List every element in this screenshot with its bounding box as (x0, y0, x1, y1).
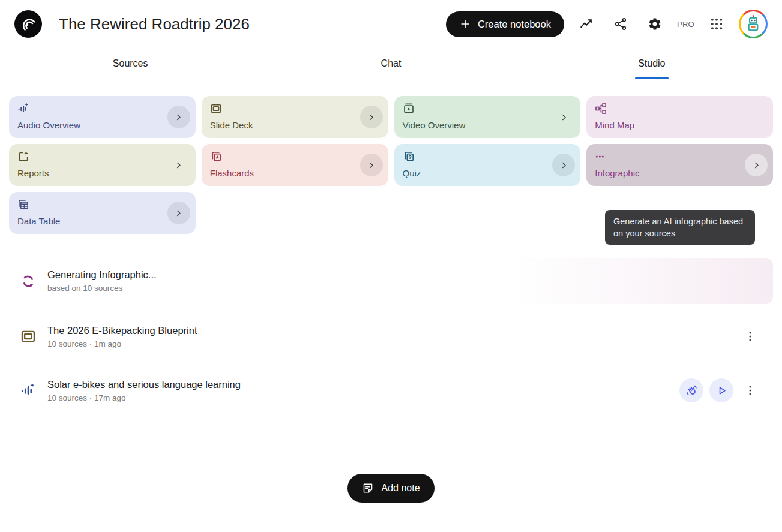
card-label: Slide Deck (210, 120, 380, 130)
notebooklm-logo[interactable] (14, 10, 42, 38)
card-label: Quiz (403, 168, 573, 178)
trending-up-icon (579, 17, 594, 31)
add-note-label: Add note (381, 483, 420, 494)
more-options-button[interactable] (741, 381, 760, 400)
card-label: Reports (17, 168, 187, 178)
ellipsis-loading-icon (595, 151, 607, 163)
avatar-robot-image (741, 11, 766, 37)
studio-card-mind-map[interactable]: Mind Map (586, 96, 773, 138)
chevron-right-icon[interactable] (552, 106, 575, 128)
chevron-right-icon[interactable] (167, 154, 190, 176)
infographic-tooltip: Generate an AI infographic based on your… (605, 210, 755, 245)
notebook-title[interactable]: The Rewired Roadtrip 2026 (59, 15, 250, 34)
chevron-right-icon[interactable] (360, 154, 383, 176)
studio-card-audio-overview[interactable]: Audio Overview (9, 96, 196, 138)
studio-card-slide-deck[interactable]: Slide Deck (202, 96, 388, 138)
settings-button[interactable] (643, 12, 667, 36)
settings-gear-icon (648, 17, 662, 31)
artifact-title: The 2026 E-Bikepacking Blueprint (47, 325, 197, 336)
note-icon (362, 482, 374, 494)
studio-panel: Audio Overview Slide Deck (0, 96, 782, 503)
card-label: Video Overview (403, 120, 573, 130)
studio-card-reports[interactable]: Reports (9, 144, 196, 186)
slide-deck-icon (210, 103, 222, 115)
tab-chat[interactable]: Chat (260, 48, 521, 79)
generating-shimmer (513, 258, 773, 304)
analytics-button[interactable] (574, 12, 598, 36)
tab-studio[interactable]: Studio (522, 48, 782, 79)
video-overview-icon (403, 103, 415, 115)
artifact-row-audio-overview[interactable]: Solar e-bikes and serious language learn… (9, 369, 773, 412)
panel-tabs: Sources Chat Studio (0, 48, 782, 79)
user-avatar[interactable] (739, 10, 768, 38)
plus-icon (459, 18, 471, 30)
tab-sources[interactable]: Sources (0, 48, 260, 79)
chevron-right-icon[interactable] (167, 106, 190, 128)
audio-waveform-icon (9, 383, 47, 398)
card-label: Infographic (595, 168, 765, 178)
report-sparkle-icon (17, 151, 29, 163)
artifact-subtitle: based on 10 sources (47, 284, 157, 293)
play-button[interactable] (709, 378, 733, 402)
create-notebook-button[interactable]: Create notebook (446, 11, 564, 37)
artifact-subtitle: 10 sources · 17m ago (47, 393, 241, 402)
studio-card-quiz[interactable]: ? Quiz (394, 144, 581, 186)
studio-card-video-overview[interactable]: Video Overview (394, 96, 581, 138)
kebab-menu-icon (744, 384, 757, 397)
audio-waveform-icon (17, 103, 29, 115)
card-label: Flashcards (210, 168, 380, 178)
mind-map-icon (595, 103, 607, 115)
chevron-right-icon[interactable] (167, 202, 190, 224)
sync-spinner-icon (9, 273, 47, 289)
card-label: Mind Map (595, 120, 765, 130)
chevron-right-icon[interactable] (745, 154, 768, 176)
add-note-button[interactable]: Add note (347, 474, 434, 503)
artifact-row-generating-infographic[interactable]: Generating Infographic... based on 10 so… (9, 258, 773, 304)
studio-card-flashcards[interactable]: Flashcards (202, 144, 388, 186)
app-header: The Rewired Roadtrip 2026 Create noteboo… (0, 0, 782, 48)
google-apps-button[interactable] (705, 12, 729, 36)
studio-card-data-table[interactable]: Data Table (9, 192, 196, 234)
quiz-icon: ? (403, 151, 415, 163)
artifact-title: Solar e-bikes and serious language learn… (47, 379, 241, 390)
more-options-button[interactable] (741, 327, 760, 346)
data-table-icon (17, 199, 29, 211)
waving-hand-icon (685, 384, 698, 397)
share-button[interactable] (609, 12, 633, 36)
flashcards-icon (210, 151, 222, 163)
pro-badge: PRO (677, 20, 694, 29)
chevron-right-icon[interactable] (360, 106, 383, 128)
card-label: Audio Overview (17, 120, 187, 130)
kebab-menu-icon (744, 330, 757, 343)
svg-text:?: ? (408, 155, 411, 161)
play-icon (715, 384, 728, 397)
artifact-row-slide-deck[interactable]: The 2026 E-Bikepacking Blueprint 10 sour… (9, 315, 773, 358)
studio-card-infographic[interactable]: Infographic (586, 144, 773, 186)
apps-grid-icon (709, 17, 724, 31)
card-label: Data Table (17, 216, 187, 226)
chevron-right-icon[interactable] (552, 154, 575, 176)
interactive-mode-button[interactable] (679, 378, 703, 402)
footer: Add note (0, 474, 782, 503)
share-icon (613, 17, 628, 31)
create-notebook-label: Create notebook (478, 19, 551, 30)
artifact-list: Generating Infographic... based on 10 so… (0, 250, 782, 412)
artifact-title: Generating Infographic... (47, 269, 157, 281)
slide-deck-icon (9, 329, 47, 344)
artifact-subtitle: 10 sources · 1m ago (47, 339, 197, 348)
